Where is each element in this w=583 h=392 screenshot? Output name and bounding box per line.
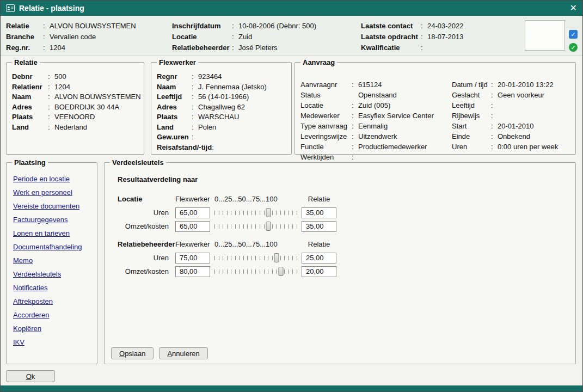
- field-row: Naam : ALVON BOUWSYSTEMEN: [12, 92, 138, 102]
- header-field-row: Locatie : Zuid: [172, 32, 316, 42]
- field-row: Uren : 0:00 uren per week: [452, 142, 558, 152]
- plaatsing-nav-link[interactable]: Notificaties: [13, 281, 48, 295]
- aanvraag-panel: Aanvraag Aanvraagnr : 615124 Status Open…: [294, 58, 576, 155]
- plaatsing-nav-link[interactable]: Lonen en tarieven: [13, 226, 70, 240]
- flexwerker-rows: Regnr : 923464 Naam : J. Fennemaa (Jetsk…: [157, 69, 286, 152]
- flexwerker-share-input[interactable]: [175, 266, 210, 277]
- field-row: Land : Polen: [157, 122, 286, 133]
- field-value: Openstaand: [358, 90, 397, 100]
- field-colon: :: [48, 102, 54, 113]
- field-row: Locatie : Zuid (005): [300, 100, 434, 111]
- field-value: BOEDRDIJK 30 44A: [54, 102, 119, 113]
- slider-handle[interactable]: [278, 267, 283, 276]
- slider-handle[interactable]: [274, 253, 279, 262]
- slider-handle[interactable]: [266, 222, 271, 231]
- relatie-share-input[interactable]: [302, 221, 336, 232]
- field-value: 923464: [198, 72, 222, 82]
- plaatsing-panel: Plaatsing Periode en locatie Werk en per…: [6, 158, 97, 364]
- plaatsing-nav-link[interactable]: Kopiëren: [13, 322, 41, 335]
- field-colon: :: [421, 42, 427, 53]
- share-slider[interactable]: [214, 208, 297, 218]
- field-label: Branche: [6, 32, 43, 42]
- field-colon: :: [491, 131, 498, 142]
- field-row: Aanvraagnr : 615124: [300, 79, 434, 90]
- share-slider[interactable]: [214, 267, 297, 277]
- flexwerker-share-input[interactable]: [175, 207, 210, 218]
- save-button[interactable]: Opslaan: [111, 347, 154, 359]
- plaatsing-nav-link[interactable]: Vereiste documenten: [13, 199, 79, 213]
- flexwerker-share-input[interactable]: [175, 253, 210, 264]
- field-colon: :: [421, 21, 427, 32]
- relatie-share-input[interactable]: [302, 253, 336, 264]
- plaatsing-nav-link[interactable]: Aftrekposten: [13, 295, 53, 308]
- header-column-relatie: Relatie : ALVON BOUWSYSTEMEN Branche : V…: [6, 21, 136, 53]
- group-name: Relatiebeheerder: [110, 240, 171, 248]
- field-label: Locatie: [172, 32, 232, 42]
- plaatsing-nav-link[interactable]: IKV: [13, 335, 24, 349]
- field-colon: :: [352, 111, 358, 121]
- column-header-relatie: Relatie: [302, 195, 336, 203]
- flexwerker-share-input[interactable]: [175, 221, 210, 232]
- plaatsing-nav-link[interactable]: Werk en personeel: [13, 186, 72, 199]
- field-label: Relatiebeheerder: [172, 42, 232, 53]
- field-value: 20-01-2010: [498, 121, 534, 131]
- field-row: Land : Nederland: [12, 122, 138, 133]
- plaatsing-nav-link[interactable]: Memo: [13, 254, 33, 267]
- field-row: Gew.uren :: [157, 132, 286, 143]
- field-colon: :: [491, 111, 498, 121]
- distribution-row: Omzet/kosten: [110, 265, 570, 278]
- field-colon: :: [491, 142, 498, 152]
- field-row: Adres : BOEDRDIJK 30 44A: [12, 102, 138, 113]
- plaatsing-nav-link[interactable]: Verdeelsleutels: [13, 267, 61, 281]
- plaatsing-nav-link[interactable]: Factuurgegevens: [13, 213, 67, 226]
- status-ok-icon: ✓: [569, 43, 578, 52]
- plaatsing-nav-link[interactable]: Documentafhandeling: [13, 240, 82, 254]
- field-value: VEENOORD: [54, 112, 95, 122]
- slider-handle[interactable]: [266, 208, 271, 217]
- row-label: Omzet/kosten: [110, 222, 171, 230]
- field-row: Geslacht : Geen voorkeur: [452, 90, 558, 100]
- field-label: Geslacht: [452, 90, 491, 100]
- relatie-rows: Debnr : 500 Relatienr : 1204 Naam : ALVO…: [12, 69, 138, 132]
- relatie-panel: Relatie Debnr : 500 Relatienr : 1204 Naa…: [6, 58, 144, 155]
- field-value: Geen voorkeur: [498, 90, 544, 100]
- verdeelsleutels-legend: Verdeelsleutels: [110, 158, 166, 167]
- field-value: José Pieters: [238, 42, 278, 53]
- plaatsing-nav-link[interactable]: Accorderen: [13, 308, 49, 322]
- field-colon: :: [43, 21, 50, 32]
- field-colon: :: [48, 72, 54, 82]
- share-slider[interactable]: [214, 253, 297, 263]
- row-label: Uren: [110, 254, 171, 262]
- field-row: Regnr : 923464: [157, 72, 286, 82]
- ok-button[interactable]: Ok: [6, 370, 55, 382]
- checked-checkbox-icon[interactable]: ✓: [569, 30, 578, 39]
- field-colon: :: [352, 142, 358, 152]
- relatie-share-input[interactable]: [302, 207, 336, 218]
- field-label: Adres: [12, 102, 48, 113]
- field-label: Relatie: [6, 21, 43, 32]
- field-colon: :: [48, 82, 54, 93]
- field-value: Nederland: [54, 122, 87, 133]
- field-colon: :: [48, 112, 54, 122]
- field-value: 1204: [54, 82, 70, 93]
- relatie-share-input[interactable]: [302, 266, 336, 277]
- header-field-row: Relatie : ALVON BOUWSYSTEMEN: [6, 21, 136, 32]
- share-slider[interactable]: [214, 222, 297, 231]
- field-value: 500: [54, 72, 66, 82]
- group-header-row: Relatiebeheerder Flexwerker 0...25...50.…: [110, 237, 570, 251]
- field-value: ALVON BOUWSYSTEMEN: [54, 92, 141, 102]
- field-row: Plaats : VEENOORD: [12, 112, 138, 122]
- field-value: WARSCHAU: [198, 112, 239, 122]
- row-label: Omzet/kosten: [110, 267, 171, 275]
- group-rows: Uren Omzet/kosten: [110, 251, 570, 278]
- plaatsing-nav-link[interactable]: Periode en locatie: [13, 172, 70, 186]
- close-icon[interactable]: ✕: [570, 4, 577, 13]
- field-colon: :: [352, 131, 358, 142]
- field-label: Uren: [452, 142, 491, 152]
- field-label: Land: [12, 122, 48, 133]
- cancel-button[interactable]: Annuleren: [159, 347, 207, 359]
- column-header-relatie: Relatie: [302, 240, 336, 248]
- field-label: Functie: [300, 142, 352, 152]
- column-header-flexwerker: Flexwerker: [175, 240, 210, 248]
- window-title: Relatie - plaatsing: [19, 4, 84, 13]
